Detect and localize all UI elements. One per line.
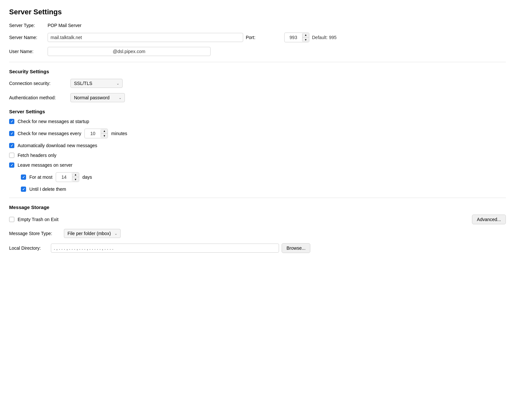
fetch-headers-label: Fetch headers only (18, 153, 56, 158)
auth-method-select-wrap: Normal password Encrypted password Kerbe… (70, 93, 125, 102)
for-at-most-checkbox[interactable] (21, 175, 26, 180)
check-startup-checkbox[interactable] (9, 119, 14, 124)
connection-security-select-wrap: None STARTTLS SSL/TLS ⌄ (70, 79, 123, 88)
auth-method-row: Authentication method: Normal password E… (9, 93, 506, 102)
interval-spinners: ▲ ▼ (101, 129, 108, 138)
username-label: User Name: (9, 49, 45, 54)
check-interval-checkbox[interactable] (9, 131, 14, 136)
server-type-label: Server Type: (9, 23, 45, 28)
server-type-value: POP Mail Server (48, 23, 81, 28)
browse-button[interactable]: Browse... (282, 243, 310, 253)
advanced-button[interactable]: Advanced... (472, 215, 506, 224)
until-delete-label: Until I delete them (29, 187, 66, 192)
auto-download-checkbox[interactable] (9, 143, 14, 148)
for-at-most-input[interactable] (56, 173, 72, 181)
fetch-headers-checkbox[interactable] (9, 153, 14, 158)
port-input[interactable] (285, 34, 302, 41)
port-label: Port: (246, 35, 282, 40)
check-interval-input[interactable] (85, 130, 101, 137)
for-at-most-spinner: ▲ ▼ (56, 172, 79, 182)
local-dir-label: Local Directory: (9, 245, 48, 251)
interval-up-button[interactable]: ▲ (101, 129, 108, 133)
store-type-select[interactable]: File per folder (mbox) Maildir (64, 229, 121, 238)
check-interval-row: Check for new messages every ▲ ▼ minutes (9, 129, 506, 138)
port-up-button[interactable]: ▲ (302, 33, 309, 37)
check-startup-label: Check for new messages at startup (18, 119, 89, 124)
port-group: ▲ ▼ (284, 33, 309, 42)
leave-messages-checkbox[interactable] (9, 162, 14, 168)
port-spinners: ▲ ▼ (302, 33, 309, 42)
check-startup-row: Check for new messages at startup (9, 119, 506, 124)
store-type-label: Message Store Type: (9, 231, 61, 236)
server-name-row: Server Name: Port: ▲ ▼ Default: 995 (9, 33, 506, 42)
days-up-button[interactable]: ▲ (72, 173, 79, 177)
check-interval-label-post: minutes (111, 131, 127, 136)
local-dir-input[interactable] (51, 244, 279, 253)
for-at-most-label-pre: For at most (29, 175, 52, 180)
for-at-most-label-post: days (82, 175, 92, 180)
for-at-most-row: For at most ▲ ▼ days (21, 172, 506, 182)
security-heading: Security Settings (9, 69, 506, 74)
empty-trash-label: Empty Trash on Exit (18, 217, 58, 222)
auth-method-label: Authentication method: (9, 95, 68, 100)
username-row: User Name: (9, 47, 506, 56)
until-delete-row: Until I delete them (21, 187, 506, 192)
store-type-row: Message Store Type: File per folder (mbo… (9, 229, 506, 238)
leave-messages-row: Leave messages on server (9, 162, 506, 168)
leave-messages-label: Leave messages on server (18, 162, 72, 168)
server-type-row: Server Type: POP Mail Server (9, 23, 506, 28)
empty-trash-row: Empty Trash on Exit Advanced... (9, 215, 506, 224)
connection-security-select[interactable]: None STARTTLS SSL/TLS (70, 79, 123, 88)
port-down-button[interactable]: ▼ (302, 37, 309, 42)
auth-method-select[interactable]: Normal password Encrypted password Kerbe… (70, 93, 125, 102)
message-storage-heading: Message Storage (9, 204, 506, 210)
until-delete-checkbox[interactable] (21, 187, 26, 192)
page-title: Server Settings (9, 8, 506, 16)
local-dir-row: Local Directory: Browse... (9, 243, 506, 253)
check-interval-spinner: ▲ ▼ (84, 129, 108, 138)
auto-download-row: Automatically download new messages (9, 143, 506, 148)
interval-down-button[interactable]: ▼ (101, 133, 108, 138)
empty-trash-checkbox[interactable] (9, 217, 14, 222)
check-interval-label-pre: Check for new messages every (18, 131, 81, 136)
server-name-label: Server Name: (9, 35, 45, 40)
server-settings-heading: Server Settings (9, 109, 506, 114)
divider-2 (9, 198, 506, 198)
divider-1 (9, 62, 506, 62)
username-input[interactable] (48, 47, 211, 56)
port-default-text: Default: 995 (312, 35, 337, 40)
store-type-select-wrap: File per folder (mbox) Maildir ⌄ (64, 229, 121, 238)
connection-security-label: Connection security: (9, 81, 68, 86)
connection-security-row: Connection security: None STARTTLS SSL/T… (9, 79, 506, 88)
days-down-button[interactable]: ▼ (72, 177, 79, 182)
days-spinners: ▲ ▼ (72, 173, 79, 182)
auto-download-label: Automatically download new messages (18, 143, 97, 148)
server-name-input[interactable] (48, 33, 243, 42)
fetch-headers-row: Fetch headers only (9, 153, 506, 158)
